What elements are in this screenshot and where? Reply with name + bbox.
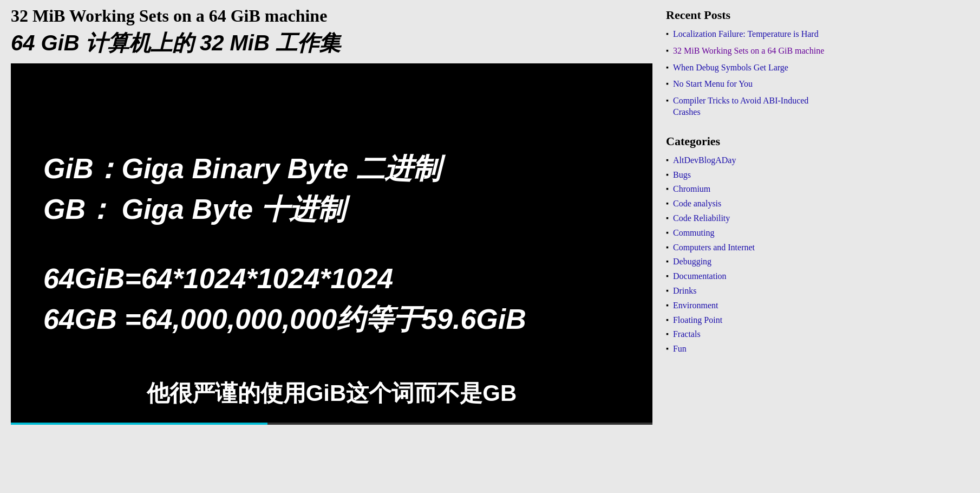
recent-post-link[interactable]: No Start Menu for You [673,79,753,90]
category-item: ▪ AltDevBlogADay [666,155,828,166]
video-player[interactable]: GiB：Giga Binary Byte 二进制 GB： Giga Byte 十… [11,63,652,425]
bullet-icon: ▪ [666,272,669,281]
bullet-icon: ▪ [666,171,669,179]
category-link[interactable]: Fun [673,343,687,355]
category-link[interactable]: Code analysis [673,198,721,210]
category-link[interactable]: Commuting [673,228,714,239]
category-item: ▪ Code Reliability [666,213,828,224]
video-text-block: GiB：Giga Binary Byte 二进制 GB： Giga Byte 十… [11,151,652,338]
categories-title: Categories [666,134,828,148]
main-content: 32 MiB Working Sets on a 64 GiB machine … [0,0,655,493]
bullet-icon: ▪ [666,80,669,88]
category-link[interactable]: Drinks [673,286,697,297]
bullet-icon: ▪ [666,330,669,339]
category-link[interactable]: Floating Point [673,315,722,326]
bullet-icon: ▪ [666,257,669,266]
video-line-1: GiB：Giga Binary Byte 二进制 [43,151,620,187]
category-item: ▪ Computers and Internet [666,242,828,254]
bullet-icon: ▪ [666,316,669,325]
recent-post-item: ▪ 32 MiB Working Sets on a 64 GiB machin… [666,46,828,57]
category-item: ▪ Fractals [666,329,828,340]
recent-post-link[interactable]: Localization Failure: Temperature is Har… [673,29,819,40]
bullet-icon: ▪ [666,96,669,105]
categories-list: ▪ AltDevBlogADay▪ Bugs▪ Chromium▪ Code a… [666,155,828,355]
video-progress-fill [11,423,267,425]
category-link[interactable]: Fractals [673,329,701,340]
video-progress-bar[interactable] [11,423,652,425]
bullet-icon: ▪ [666,156,669,165]
article-title-en: 32 MiB Working Sets on a 64 GiB machine [11,5,644,26]
category-item: ▪ Code analysis [666,198,828,210]
category-link[interactable]: Code Reliability [673,213,730,224]
recent-posts-list: ▪ Localization Failure: Temperature is H… [666,29,828,118]
category-item: ▪ Environment [666,300,828,312]
category-link[interactable]: Computers and Internet [673,242,755,254]
category-item: ▪ Debugging [666,256,828,268]
video-line-2: GB： Giga Byte 十进制 [43,191,620,228]
bullet-icon: ▪ [666,287,669,295]
recent-post-item: ▪ When Debug Symbols Get Large [666,62,828,74]
category-link[interactable]: Chromium [673,184,710,195]
video-line-3: 64GiB=64*1024*1024*1024 [43,261,620,297]
recent-post-item: ▪ Localization Failure: Temperature is H… [666,29,828,40]
category-item: ▪ Documentation [666,271,828,282]
category-link[interactable]: Environment [673,300,718,312]
bullet-icon: ▪ [666,47,669,55]
recent-post-item: ▪ No Start Menu for You [666,79,828,90]
bullet-icon: ▪ [666,199,669,208]
recent-post-link[interactable]: When Debug Symbols Get Large [673,62,788,74]
category-item: ▪ Drinks [666,286,828,297]
category-item: ▪ Floating Point [666,315,828,326]
recent-post-link[interactable]: Compiler Tricks to Avoid ABI-Induced Cra… [673,95,828,118]
bullet-icon: ▪ [666,301,669,310]
category-link[interactable]: Documentation [673,271,727,282]
bullet-icon: ▪ [666,30,669,38]
recent-post-item: ▪ Compiler Tricks to Avoid ABI-Induced C… [666,95,828,118]
bullet-icon: ▪ [666,185,669,193]
category-item: ▪ Commuting [666,228,828,239]
bullet-icon: ▪ [666,229,669,237]
recent-posts-title: Recent Posts [666,8,828,22]
bullet-icon: ▪ [666,214,669,223]
category-link[interactable]: Debugging [673,256,711,268]
recent-post-link[interactable]: 32 MiB Working Sets on a 64 GiB machine [673,46,824,57]
video-line-4: 64GB =64,000,000,000约等于59.6GiB [43,301,620,338]
category-item: ▪ Fun [666,343,828,355]
category-link[interactable]: Bugs [673,170,691,181]
bullet-icon: ▪ [666,63,669,72]
bullet-icon: ▪ [666,345,669,353]
category-item: ▪ Bugs [666,170,828,181]
category-link[interactable]: AltDevBlogADay [673,155,736,166]
category-item: ▪ Chromium [666,184,828,195]
sidebar: Recent Posts ▪ Localization Failure: Tem… [655,0,839,493]
article-title-zh: 64 GiB 计算机上的 32 MiB 工作集 [11,28,644,58]
bullet-icon: ▪ [666,243,669,252]
video-subtitle: 他很严谨的使用GiB这个词而不是GB [147,378,517,408]
